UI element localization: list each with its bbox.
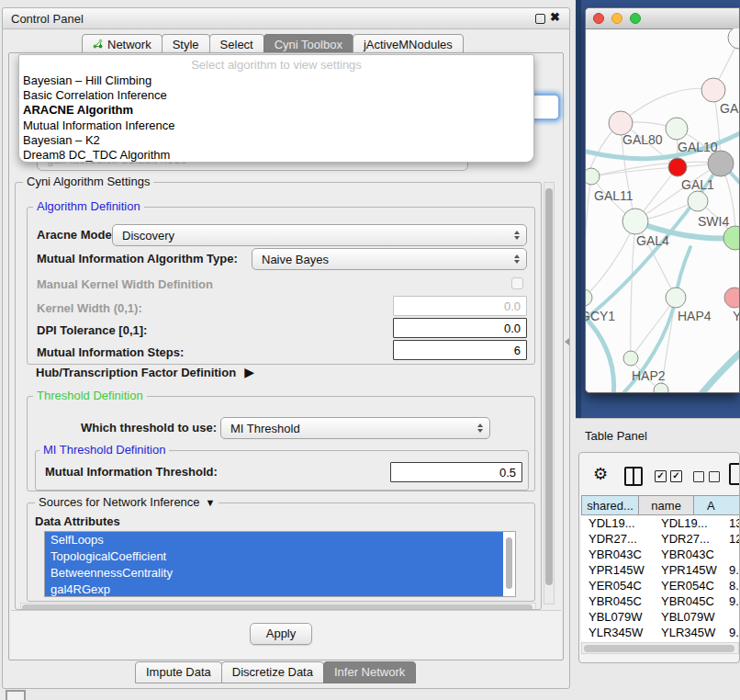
chevron-right-icon[interactable]: ▶ [244, 365, 254, 379]
which-threshold-combobox[interactable]: MI Threshold [220, 417, 490, 439]
table-header-row: shared...nameA [581, 495, 739, 515]
network-node[interactable] [668, 158, 687, 176]
tab-impute-data[interactable]: Impute Data [135, 661, 222, 683]
mi-type-combobox[interactable]: Naive Bayes [252, 248, 527, 270]
dpi-tolerance-field[interactable] [393, 318, 527, 338]
table-panel-window: ⚙ ✓ ✓ shared...nameA YDL19...YDL19...13Y… [578, 452, 740, 663]
close-icon[interactable]: ✖ [550, 10, 560, 24]
close-traffic-light-icon[interactable] [593, 13, 604, 24]
network-node[interactable] [708, 151, 734, 176]
network-node-gal10[interactable] [666, 118, 688, 140]
algorithm-option-dream8-dc-tdc-algorithm[interactable]: Dream8 DC_TDC Algorithm [19, 148, 533, 163]
stepper-icon [514, 254, 520, 264]
zoom-traffic-light-icon[interactable] [630, 13, 641, 24]
kernel-width-field[interactable] [393, 296, 527, 316]
table-row[interactable]: YPR145WYPR145W9. [581, 562, 739, 578]
hub-definition-row[interactable]: Hub/Transcription Factor Definition ▶ [36, 365, 254, 379]
hub-definition-label: Hub/Transcription Factor Definition [36, 366, 236, 379]
minimize-traffic-light-icon[interactable] [611, 13, 622, 24]
network-canvas[interactable]: GALGAL80GAL10GAL1GAL11GAL4SWI4GCY1HAP4YH… [586, 28, 740, 393]
network-node[interactable] [654, 383, 668, 393]
table-row[interactable]: YBL079WYBL079W [581, 609, 739, 625]
network-node-gal1[interactable] [688, 191, 708, 211]
network-node-y[interactable] [724, 288, 740, 308]
columns-icon[interactable] [624, 467, 643, 486]
network-window-titlebar[interactable] [586, 8, 740, 29]
combobox-value: MI Threshold [230, 422, 300, 435]
table-cell: 13 [723, 515, 739, 531]
node-label: GAL4 [636, 233, 669, 248]
algorithm-option-mutual-information-inference[interactable]: Mutual Information Inference [19, 119, 533, 133]
column-header-a[interactable]: A [693, 495, 739, 515]
table-cell: YBL079W [654, 609, 723, 625]
tab-label: Network [107, 38, 151, 51]
tab-infer-network[interactable]: Infer Network [323, 661, 416, 683]
table-cell: YER054C [581, 578, 654, 593]
scrollbar-thumb[interactable] [545, 188, 553, 585]
bottom-tabbar: Impute DataDiscretize DataInfer Network [135, 661, 415, 683]
network-node[interactable] [728, 28, 740, 49]
scrollbar-thumb[interactable] [584, 645, 734, 652]
table-horizontal-scrollbar[interactable] [581, 642, 739, 654]
network-view-window[interactable]: GALGAL80GAL10GAL1GAL11GAL4SWI4GCY1HAP4YH… [585, 7, 740, 393]
table-row[interactable]: YLR345WYLR345W9. [581, 625, 739, 640]
checked-box-icon: ✓ [670, 470, 682, 482]
splitter-collapse-icon[interactable] [565, 338, 569, 345]
node-label: GAL11 [594, 188, 633, 203]
attribute-item-gal4rgexp[interactable]: gal4RGexp [45, 581, 503, 597]
table-cell [723, 547, 739, 562]
table-row[interactable]: YBR043CYBR043C [581, 547, 739, 562]
network-node-gal[interactable] [701, 78, 725, 102]
apply-button[interactable]: Apply [250, 623, 312, 645]
mi-steps-field[interactable] [393, 340, 527, 360]
gear-icon[interactable]: ⚙ [593, 464, 608, 484]
network-edge [631, 221, 635, 358]
algorithm-option-aracne-algorithm[interactable]: ARACNE Algorithm [19, 103, 533, 118]
chevron-down-icon[interactable]: ▼ [206, 497, 216, 508]
settings-vertical-scrollbar[interactable] [544, 182, 555, 604]
network-edge [586, 176, 591, 298]
attribute-item-betweennesscentrality[interactable]: BetweennessCentrality [45, 565, 503, 581]
float-window-icon[interactable] [535, 14, 545, 24]
network-node-hap4[interactable] [666, 288, 686, 308]
group-title: MI Threshold Definition [39, 443, 169, 457]
table-row[interactable]: YDR27...YDR27...12 [581, 531, 739, 547]
algorithm-option-basic-correlation-inference[interactable]: Basic Correlation Inference [19, 88, 533, 103]
table-row[interactable]: YBR045CYBR045C9. [581, 593, 739, 609]
dropdown-items: Bayesian – Hill ClimbingBasic Correlatio… [19, 73, 533, 163]
node-label: GAL [720, 101, 740, 116]
deselect-all-icon[interactable] [693, 471, 720, 482]
network-node-gal11[interactable] [586, 168, 600, 185]
select-all-icon[interactable]: ✓ ✓ [655, 470, 682, 482]
algorithm-option-bayesian-hill-climbing[interactable]: Bayesian – Hill Climbing [19, 73, 533, 88]
threshold-definition-group: Threshold Definition Which threshold to … [27, 396, 535, 491]
collapsed-panel-icon[interactable] [6, 690, 26, 700]
network-node-gcy1[interactable] [586, 289, 592, 306]
table-cell: YLR345W [654, 625, 723, 640]
aracne-mode-combobox[interactable]: Discovery [112, 224, 527, 246]
table-row[interactable]: YDL19...YDL19...13 [581, 515, 739, 531]
network-node-hap2[interactable] [623, 351, 638, 366]
manual-kernel-label: Manual Kernel Width Definition [37, 277, 213, 291]
manual-kernel-checkbox[interactable] [511, 277, 523, 289]
network-edge-highlighted [586, 311, 614, 393]
attribute-item-selfloops[interactable]: SelfLoops [45, 532, 503, 548]
document-icon[interactable] [729, 463, 740, 485]
column-header-name[interactable]: name [638, 495, 694, 515]
scrollbar-thumb[interactable] [506, 537, 512, 589]
mi-threshold-field[interactable] [390, 462, 522, 482]
column-header-shared-[interactable]: shared... [581, 495, 639, 515]
network-node-swi4[interactable] [723, 226, 740, 250]
network-node-gal4[interactable] [622, 209, 648, 234]
group-title-row[interactable]: Sources for Network Inference ▼ [35, 495, 219, 509]
table-cell: 9. [723, 593, 739, 609]
attribute-item-topologicalcoefficient[interactable]: TopologicalCoefficient [45, 548, 503, 565]
table-cell: YPR145W [581, 562, 654, 578]
node-label: HAP2 [632, 368, 666, 383]
data-attributes-list[interactable]: SelfLoopsTopologicalCoefficientBetweenne… [44, 531, 516, 597]
table-panel-title: Table Panel [585, 429, 647, 443]
tab-label: Select [220, 38, 253, 51]
tab-discretize-data[interactable]: Discretize Data [221, 661, 324, 683]
algorithm-option-bayesian-k2[interactable]: Bayesian – K2 [19, 133, 533, 148]
table-row[interactable]: YER054CYER054C8. [581, 578, 739, 593]
